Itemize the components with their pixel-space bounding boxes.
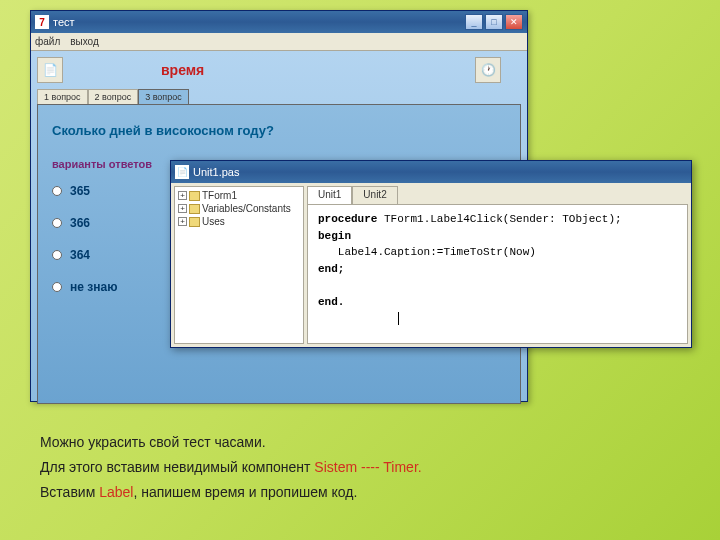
- app-icon: 7: [35, 15, 49, 29]
- tree-node-uses[interactable]: +Uses: [178, 216, 300, 227]
- document-icon: 📄: [175, 165, 189, 179]
- caption-line-3: Вставим Label, напишем время и пропишем …: [40, 480, 680, 505]
- app-title: тест: [53, 16, 465, 28]
- folder-icon: [189, 204, 200, 214]
- expand-icon[interactable]: +: [178, 204, 187, 213]
- folder-icon: [189, 191, 200, 201]
- code-tabs: Unit1 Unit2: [307, 186, 688, 204]
- menu-exit[interactable]: выход: [70, 36, 99, 47]
- time-label[interactable]: время: [161, 62, 204, 78]
- caption-line-1: Можно украсить свой тест часами.: [40, 430, 680, 455]
- question-tabs: 1 вопрос 2 вопрос 3 вопрос: [37, 89, 521, 104]
- option-label: 364: [70, 248, 90, 262]
- close-button[interactable]: ✕: [505, 14, 523, 30]
- app-menubar: файл выход: [31, 33, 527, 51]
- radio-icon[interactable]: [52, 218, 62, 228]
- option-label: 366: [70, 216, 90, 230]
- radio-icon[interactable]: [52, 282, 62, 292]
- clock-icon: 🕐: [481, 63, 496, 77]
- caption-line-2: Для этого вставим невидимый компонент Si…: [40, 455, 680, 480]
- app-titlebar[interactable]: 7 тест _ □ ✕: [31, 11, 527, 33]
- slide-caption: Можно украсить свой тест часами. Для это…: [40, 430, 680, 506]
- document-icon: 📄: [43, 63, 58, 77]
- tree-node-form[interactable]: +TForm1: [178, 190, 300, 201]
- clock-button[interactable]: 🕐: [475, 57, 501, 83]
- code-tab-unit1[interactable]: Unit1: [307, 186, 352, 204]
- tab-question-1[interactable]: 1 вопрос: [37, 89, 88, 104]
- code-editor-window: 📄 Unit1.pas +TForm1 +Variables/Constants…: [170, 160, 692, 348]
- code-tree-panel: +TForm1 +Variables/Constants +Uses: [174, 186, 304, 344]
- option-label: не знаю: [70, 280, 117, 294]
- question-text: Сколько дней в високосном году?: [52, 123, 506, 138]
- code-editor-area[interactable]: procedure TForm1.Label4Click(Sender: TOb…: [307, 204, 688, 344]
- code-panel: Unit1 Unit2 procedure TForm1.Label4Click…: [307, 186, 688, 344]
- tree-node-vars[interactable]: +Variables/Constants: [178, 203, 300, 214]
- minimize-button[interactable]: _: [465, 14, 483, 30]
- editor-title: Unit1.pas: [193, 166, 687, 178]
- expand-icon[interactable]: +: [178, 217, 187, 226]
- maximize-button[interactable]: □: [485, 14, 503, 30]
- expand-icon[interactable]: +: [178, 191, 187, 200]
- radio-icon[interactable]: [52, 250, 62, 260]
- code-tab-unit2[interactable]: Unit2: [352, 186, 397, 204]
- radio-icon[interactable]: [52, 186, 62, 196]
- tool-button[interactable]: 📄: [37, 57, 63, 83]
- tab-question-2[interactable]: 2 вопрос: [88, 89, 139, 104]
- menu-file[interactable]: файл: [35, 36, 60, 47]
- text-cursor: [398, 312, 399, 325]
- option-label: 365: [70, 184, 90, 198]
- folder-icon: [189, 217, 200, 227]
- editor-titlebar[interactable]: 📄 Unit1.pas: [171, 161, 691, 183]
- tab-question-3[interactable]: 3 вопрос: [138, 89, 189, 104]
